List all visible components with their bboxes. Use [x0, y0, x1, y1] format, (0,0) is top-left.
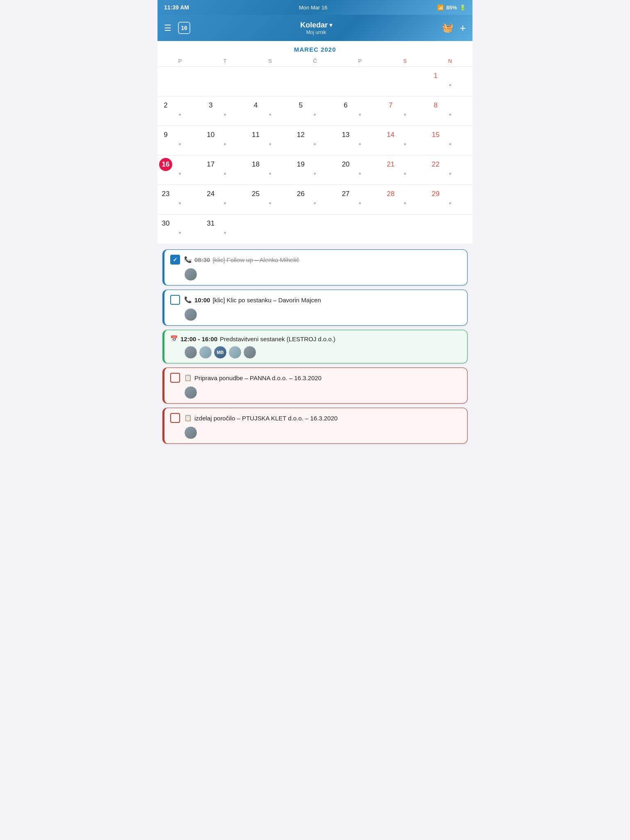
event-card-event5[interactable]: 📋izdelaj poročilo – PTUJSKA KLET d.o.o. … — [162, 408, 468, 444]
phone-icon: 📞 — [184, 296, 192, 304]
month-title[interactable]: MAREC 2020 — [158, 41, 472, 55]
day-dot — [179, 173, 181, 175]
event-card-event1[interactable]: ✓📞08:30 [klic] Follow up – Alenka Miheli… — [162, 249, 468, 285]
day-number: 27 — [339, 187, 352, 201]
calendar-cell-30[interactable]: 30 — [158, 214, 203, 244]
day-dot — [224, 173, 226, 175]
calendar-cell-26[interactable]: 26 — [292, 185, 338, 214]
calendar-cell-8[interactable]: 8 — [427, 96, 472, 126]
weekday-header: P T S Č P S N — [158, 55, 472, 66]
calendar-cell-17[interactable]: 17 — [203, 155, 248, 185]
status-time: 11:39 AM — [164, 4, 189, 11]
calendar-cell-10[interactable]: 10 — [203, 126, 248, 155]
calendar-cell-7[interactable]: 7 — [383, 96, 428, 126]
day-dot — [404, 202, 406, 204]
event-time: 08:30 — [194, 256, 210, 263]
day-number: 17 — [204, 158, 217, 171]
day-number: 25 — [249, 187, 262, 201]
app-header: ☰ 16 Koledar ▾ Moj urnik 🧺 + — [158, 15, 472, 41]
event-card-event3[interactable]: 📅12:00 - 16:00 Predstavitveni sestanek (… — [162, 330, 468, 363]
day-dot — [359, 173, 361, 175]
avatar — [184, 308, 197, 321]
menu-button[interactable]: ☰ — [164, 23, 171, 33]
day-dot — [359, 143, 361, 145]
day-dot — [269, 173, 271, 175]
calendar-cell-13[interactable]: 13 — [338, 126, 383, 155]
calendar-cell-1[interactable]: 1 — [427, 66, 472, 96]
calendar-cell-24[interactable]: 24 — [203, 185, 248, 214]
calendar-cell-28[interactable]: 28 — [383, 185, 428, 214]
header-right: 🧺 + — [442, 22, 466, 34]
calendar-cell-4[interactable]: 4 — [247, 96, 292, 126]
calendar-cell-2[interactable]: 2 — [158, 96, 203, 126]
calendar-grid: 1234567891011121314151617181920212223242… — [158, 66, 472, 244]
day-dot — [404, 143, 406, 145]
day-dot — [179, 114, 181, 116]
calendar-cell-18[interactable]: 18 — [247, 155, 292, 185]
event-checkbox[interactable] — [170, 413, 180, 423]
calendar-cell-25[interactable]: 25 — [247, 185, 292, 214]
calendar-today-button[interactable]: 16 — [178, 22, 190, 34]
calendar-cell-3[interactable]: 3 — [203, 96, 248, 126]
day-number: 20 — [339, 158, 352, 171]
calendar-cell-11[interactable]: 11 — [247, 126, 292, 155]
day-number: 8 — [429, 99, 442, 112]
day-dot — [404, 173, 406, 175]
wifi-icon: 📶 — [437, 5, 444, 11]
day-dot — [449, 84, 451, 86]
calendar-event-icon: 📅 — [170, 335, 178, 342]
day-dot — [314, 143, 316, 145]
day-number: 3 — [204, 99, 217, 112]
app-title[interactable]: Koledar ▾ — [300, 21, 332, 30]
calendar-cell-empty — [427, 214, 472, 244]
day-number: 10 — [204, 128, 217, 142]
calendar-cell-6[interactable]: 6 — [338, 96, 383, 126]
calendar-cell-9[interactable]: 9 — [158, 126, 203, 155]
calendar-cell-22[interactable]: 22 — [427, 155, 472, 185]
day-dot — [404, 114, 406, 116]
calendar-cell-29[interactable]: 29 — [427, 185, 472, 214]
time-label: 11:39 AM — [164, 4, 189, 11]
calendar-cell-empty — [247, 214, 292, 244]
calendar-cell-27[interactable]: 27 — [338, 185, 383, 214]
add-button[interactable]: + — [460, 22, 466, 34]
event-text: Predstavitveni sestanek (LESTROJ d.o.o.) — [220, 336, 336, 342]
day-dot — [224, 114, 226, 116]
calendar-cell-empty — [247, 66, 292, 96]
calendar-cell-empty — [338, 214, 383, 244]
calendar-cell-19[interactable]: 19 — [292, 155, 338, 185]
event-title: 📞08:30 [klic] Follow up – Alenka Mihelič — [184, 256, 461, 263]
calendar-cell-5[interactable]: 5 — [292, 96, 338, 126]
calendar-cell-16[interactable]: 16 — [158, 155, 203, 185]
event-checkbox[interactable]: ✓ — [170, 255, 180, 265]
event-card-event4[interactable]: 📋Priprava ponudbe – PANNA d.o.o. – 16.3.… — [162, 368, 468, 404]
day-number: 11 — [249, 128, 262, 142]
event-avatars — [184, 268, 461, 281]
event-text: [klic] Klic po sestanku – Davorin Majcen — [212, 297, 321, 304]
header-subtitle: Moj urnik — [300, 30, 332, 35]
calendar-day-number: 16 — [181, 25, 187, 31]
calendar-cell-21[interactable]: 21 — [383, 155, 428, 185]
day-dot — [269, 202, 271, 204]
day-dot — [179, 202, 181, 204]
calendar-cell-20[interactable]: 20 — [338, 155, 383, 185]
calendar-cell-14[interactable]: 14 — [383, 126, 428, 155]
day-dot — [314, 114, 316, 116]
calendar-cell-12[interactable]: 12 — [292, 126, 338, 155]
day-number: 12 — [294, 128, 307, 142]
day-number: 24 — [204, 187, 217, 201]
event-checkbox[interactable] — [170, 295, 180, 305]
phone-icon: 📞 — [184, 256, 192, 263]
battery-icon: 🔋 — [459, 5, 466, 11]
calendar-cell-31[interactable]: 31 — [203, 214, 248, 244]
calendar-cell-15[interactable]: 15 — [427, 126, 472, 155]
calendar-cell-23[interactable]: 23 — [158, 185, 203, 214]
day-number: 4 — [249, 99, 262, 112]
event-info: 📋izdelaj poročilo – PTUJSKA KLET d.o.o. … — [184, 414, 461, 422]
event-card-event2[interactable]: 📞10:00 [klic] Klic po sestanku – Davorin… — [162, 290, 468, 326]
event-checkbox[interactable] — [170, 373, 180, 383]
event-text: izdelaj poročilo – PTUJSKA KLET d.o.o. –… — [194, 415, 338, 422]
basket-button[interactable]: 🧺 — [442, 23, 453, 33]
event-title: 📞10:00 [klic] Klic po sestanku – Davorin… — [184, 296, 461, 304]
calendar-cell-empty — [383, 66, 428, 96]
